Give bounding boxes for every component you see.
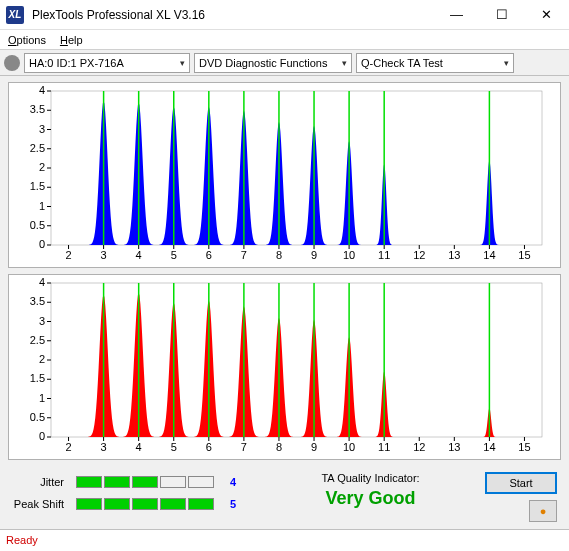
svg-text:14: 14 bbox=[483, 249, 495, 261]
svg-text:7: 7 bbox=[241, 441, 247, 453]
menubar: Options Help bbox=[0, 30, 569, 50]
svg-text:3: 3 bbox=[39, 123, 45, 135]
jitter-segments bbox=[76, 476, 214, 488]
result-panel: Jitter 4 Peak Shift 5 TA Quality Indicat… bbox=[8, 466, 561, 522]
svg-text:5: 5 bbox=[171, 249, 177, 261]
segment bbox=[76, 498, 102, 510]
svg-text:1.5: 1.5 bbox=[30, 180, 45, 192]
test-select[interactable]: Q-Check TA Test bbox=[356, 53, 514, 73]
peakshift-segments bbox=[76, 498, 214, 510]
function-select[interactable]: DVD Diagnostic Functions bbox=[194, 53, 352, 73]
window-title: PlexTools Professional XL V3.16 bbox=[32, 8, 205, 22]
svg-text:10: 10 bbox=[343, 249, 355, 261]
svg-text:1: 1 bbox=[39, 392, 45, 404]
status-text: Ready bbox=[6, 534, 38, 546]
svg-text:4: 4 bbox=[136, 441, 142, 453]
jitter-label: Jitter bbox=[12, 476, 68, 488]
jitter-value: 4 bbox=[230, 476, 236, 488]
svg-rect-67 bbox=[51, 283, 542, 437]
svg-text:12: 12 bbox=[413, 249, 425, 261]
svg-text:1.5: 1.5 bbox=[30, 372, 45, 384]
drive-icon bbox=[4, 55, 20, 71]
peakshift-row: Peak Shift 5 bbox=[12, 498, 236, 510]
drive-select-value: HA:0 ID:1 PX-716A bbox=[29, 57, 124, 69]
svg-text:2.5: 2.5 bbox=[30, 334, 45, 346]
app-logo-icon: XL bbox=[6, 6, 24, 24]
svg-text:15: 15 bbox=[518, 441, 530, 453]
info-button[interactable]: ● bbox=[529, 500, 557, 522]
segment bbox=[104, 498, 130, 510]
drive-select[interactable]: HA:0 ID:1 PX-716A bbox=[24, 53, 190, 73]
peakshift-value: 5 bbox=[230, 498, 236, 510]
svg-text:15: 15 bbox=[518, 249, 530, 261]
segment bbox=[160, 498, 186, 510]
svg-text:3: 3 bbox=[101, 249, 107, 261]
function-select-value: DVD Diagnostic Functions bbox=[199, 57, 327, 69]
svg-text:2.5: 2.5 bbox=[30, 142, 45, 154]
start-button[interactable]: Start bbox=[485, 472, 557, 494]
ta-indicator: TA Quality Indicator: Very Good bbox=[256, 472, 485, 509]
svg-text:3: 3 bbox=[101, 441, 107, 453]
svg-text:13: 13 bbox=[448, 441, 460, 453]
svg-text:4: 4 bbox=[39, 84, 45, 96]
svg-text:9: 9 bbox=[311, 441, 317, 453]
jitter-row: Jitter 4 bbox=[12, 476, 236, 488]
segment bbox=[160, 476, 186, 488]
svg-text:10: 10 bbox=[343, 441, 355, 453]
menu-help[interactable]: Help bbox=[60, 34, 83, 46]
svg-text:14: 14 bbox=[483, 441, 495, 453]
window-controls: — ☐ ✕ bbox=[434, 0, 569, 30]
svg-text:11: 11 bbox=[378, 441, 390, 453]
segment bbox=[188, 498, 214, 510]
chart-bottom: 00.511.522.533.5423456789101112131415 bbox=[8, 274, 561, 460]
svg-text:2: 2 bbox=[39, 161, 45, 173]
svg-text:0: 0 bbox=[39, 238, 45, 250]
ta-indicator-value: Very Good bbox=[326, 488, 416, 509]
svg-text:9: 9 bbox=[311, 249, 317, 261]
svg-text:3.5: 3.5 bbox=[30, 103, 45, 115]
segment bbox=[132, 476, 158, 488]
svg-text:3: 3 bbox=[39, 315, 45, 327]
svg-text:2: 2 bbox=[65, 441, 71, 453]
svg-text:5: 5 bbox=[171, 441, 177, 453]
svg-text:13: 13 bbox=[448, 249, 460, 261]
start-button-label: Start bbox=[509, 477, 532, 489]
main-panel: 00.511.522.533.5423456789101112131415 00… bbox=[0, 76, 569, 529]
svg-rect-0 bbox=[51, 91, 542, 245]
ta-indicator-label: TA Quality Indicator: bbox=[321, 472, 419, 484]
segment bbox=[104, 476, 130, 488]
test-select-value: Q-Check TA Test bbox=[361, 57, 443, 69]
minimize-button[interactable]: — bbox=[434, 0, 479, 30]
peakshift-label: Peak Shift bbox=[12, 498, 68, 510]
svg-text:0.5: 0.5 bbox=[30, 411, 45, 423]
close-button[interactable]: ✕ bbox=[524, 0, 569, 30]
svg-text:7: 7 bbox=[241, 249, 247, 261]
svg-text:6: 6 bbox=[206, 441, 212, 453]
svg-text:12: 12 bbox=[413, 441, 425, 453]
svg-text:4: 4 bbox=[39, 276, 45, 288]
svg-text:0: 0 bbox=[39, 430, 45, 442]
svg-text:0.5: 0.5 bbox=[30, 219, 45, 231]
svg-text:8: 8 bbox=[276, 441, 282, 453]
svg-text:2: 2 bbox=[39, 353, 45, 365]
svg-text:11: 11 bbox=[378, 249, 390, 261]
segment bbox=[132, 498, 158, 510]
svg-text:3.5: 3.5 bbox=[30, 295, 45, 307]
action-buttons: Start ● bbox=[485, 472, 557, 522]
status-bar: Ready bbox=[0, 529, 569, 550]
menu-options[interactable]: Options bbox=[8, 34, 46, 46]
titlebar: XL PlexTools Professional XL V3.16 — ☐ ✕ bbox=[0, 0, 569, 30]
maximize-button[interactable]: ☐ bbox=[479, 0, 524, 30]
svg-text:1: 1 bbox=[39, 200, 45, 212]
svg-text:6: 6 bbox=[206, 249, 212, 261]
svg-text:8: 8 bbox=[276, 249, 282, 261]
segment bbox=[188, 476, 214, 488]
segment bbox=[76, 476, 102, 488]
svg-text:4: 4 bbox=[136, 249, 142, 261]
quality-bars: Jitter 4 Peak Shift 5 bbox=[12, 476, 236, 510]
toolbar: HA:0 ID:1 PX-716A DVD Diagnostic Functio… bbox=[0, 50, 569, 76]
svg-text:2: 2 bbox=[65, 249, 71, 261]
chart-top: 00.511.522.533.5423456789101112131415 bbox=[8, 82, 561, 268]
info-icon: ● bbox=[540, 505, 547, 517]
